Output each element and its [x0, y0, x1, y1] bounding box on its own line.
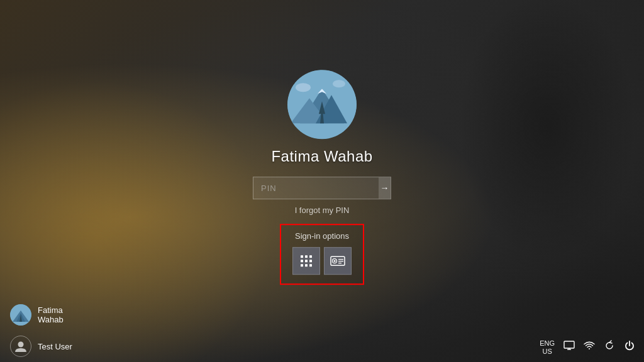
- forgot-pin-link[interactable]: I forgot my PIN: [295, 206, 350, 215]
- user-avatar: [287, 70, 357, 139]
- svg-point-28: [18, 342, 24, 348]
- signin-options-label: Sign-in options: [295, 231, 349, 241]
- svg-rect-16: [305, 264, 308, 266]
- language-indicator[interactable]: ENG US: [540, 339, 555, 356]
- power-icon[interactable]: [624, 340, 635, 354]
- svg-rect-15: [301, 264, 303, 266]
- svg-rect-10: [305, 255, 308, 258]
- signin-options-container: Sign-in options: [281, 225, 363, 283]
- svg-rect-9: [301, 255, 303, 258]
- taskbar-right: ENG US: [540, 339, 635, 356]
- login-container: Fatima Wahab → I forgot my PIN Sign-in o…: [253, 70, 391, 283]
- svg-rect-11: [309, 255, 312, 258]
- user-item-test[interactable]: Test User: [0, 331, 94, 362]
- pin-submit-button[interactable]: →: [379, 177, 391, 199]
- user-avatar-small-fatima: [10, 304, 31, 326]
- svg-rect-29: [564, 341, 574, 348]
- monitor-icon[interactable]: [564, 340, 575, 354]
- signin-options-buttons: [292, 247, 352, 275]
- svg-point-20: [334, 260, 336, 262]
- user-panel: Fatima Wahab Test User: [0, 299, 94, 362]
- svg-point-8: [333, 80, 345, 87]
- svg-rect-17: [309, 264, 312, 266]
- svg-rect-13: [305, 260, 308, 262]
- user-avatar-icon-test: [10, 336, 31, 357]
- region-code: US: [542, 348, 552, 356]
- pin-input-row[interactable]: →: [253, 177, 391, 199]
- username-label: Fatima Wahab: [271, 148, 372, 165]
- user-name-fatima: Fatima Wahab: [38, 305, 84, 324]
- picture-signin-button[interactable]: [324, 247, 352, 275]
- svg-rect-14: [309, 260, 312, 262]
- wifi-icon[interactable]: [584, 340, 595, 354]
- language-code: ENG: [540, 339, 555, 348]
- user-item-fatima[interactable]: Fatima Wahab: [0, 299, 94, 331]
- pin-signin-button[interactable]: [292, 247, 320, 275]
- pin-input[interactable]: [253, 178, 379, 198]
- svg-rect-12: [301, 260, 303, 262]
- sleep-icon[interactable]: [604, 340, 615, 354]
- user-name-test: Test User: [38, 342, 72, 351]
- svg-point-7: [296, 83, 311, 92]
